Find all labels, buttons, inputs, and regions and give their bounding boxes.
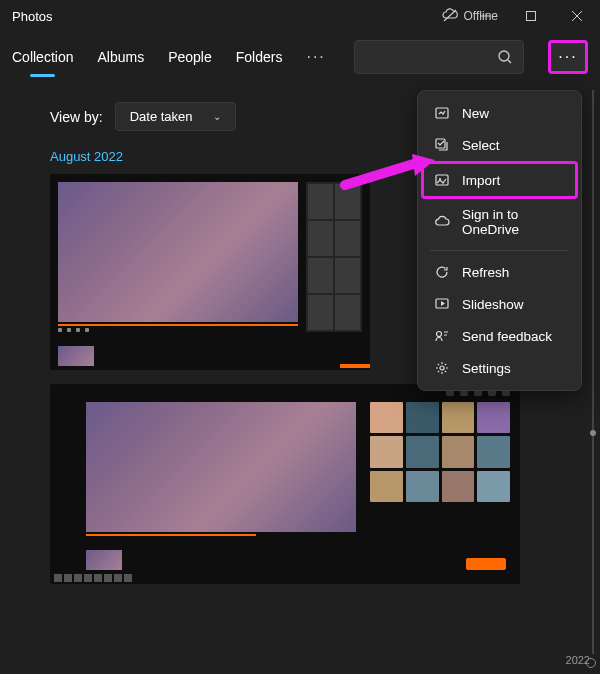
menu-item-settings[interactable]: Settings	[424, 352, 575, 384]
app-title: Photos	[12, 9, 52, 24]
svg-point-13	[440, 366, 444, 370]
tab-albums[interactable]: Albums	[97, 43, 144, 71]
svg-rect-8	[436, 139, 445, 148]
refresh-icon	[434, 264, 450, 280]
search-input[interactable]	[354, 40, 524, 74]
chevron-down-icon: ⌄	[213, 111, 221, 122]
feedback-icon	[434, 328, 450, 344]
menu-item-slideshow[interactable]: Slideshow	[424, 288, 575, 320]
tab-collection[interactable]: Collection	[12, 43, 73, 71]
tab-folders[interactable]: Folders	[236, 43, 283, 71]
close-button[interactable]	[554, 0, 600, 32]
maximize-button[interactable]	[508, 0, 554, 32]
menu-label: Refresh	[462, 265, 509, 280]
new-icon	[434, 105, 450, 121]
menu-label: Send feedback	[462, 329, 552, 344]
cloud-offline-icon	[442, 8, 458, 24]
navbar: Collection Albums People Folders ··· ···	[0, 32, 600, 82]
menu-label: Slideshow	[462, 297, 524, 312]
menu-item-feedback[interactable]: Send feedback	[424, 320, 575, 352]
select-icon	[434, 137, 450, 153]
more-options-menu: New Select Import Sign in to OneDrive Re…	[417, 90, 582, 391]
menu-label: Select	[462, 138, 500, 153]
menu-label: Import	[462, 173, 500, 188]
menu-label: Settings	[462, 361, 511, 376]
timeline-rail[interactable]	[592, 90, 594, 654]
window-controls	[462, 0, 600, 32]
menu-label: Sign in to OneDrive	[462, 207, 565, 237]
menu-item-signin[interactable]: Sign in to OneDrive	[424, 199, 575, 245]
svg-rect-2	[527, 12, 536, 21]
svg-point-12	[437, 332, 442, 337]
tab-people[interactable]: People	[168, 43, 212, 71]
photo-thumbnail[interactable]	[50, 174, 370, 370]
viewby-value: Date taken	[130, 109, 193, 124]
viewby-label: View by:	[50, 109, 103, 125]
menu-item-import[interactable]: Import	[421, 161, 578, 199]
slideshow-icon	[434, 296, 450, 312]
timeline-year-dot[interactable]	[586, 658, 596, 668]
onedrive-icon	[434, 214, 450, 230]
import-icon	[434, 172, 450, 188]
svg-line-6	[508, 60, 511, 63]
timeline-marker[interactable]	[590, 430, 596, 436]
minimize-button[interactable]	[462, 0, 508, 32]
photo-thumbnail[interactable]	[50, 384, 520, 584]
more-options-button[interactable]: ···	[548, 40, 588, 74]
nav-more-button[interactable]: ···	[306, 48, 325, 66]
svg-rect-9	[436, 175, 448, 185]
menu-item-new[interactable]: New	[424, 97, 575, 129]
viewby-dropdown[interactable]: Date taken ⌄	[115, 102, 236, 131]
menu-divider	[430, 250, 569, 251]
search-icon	[497, 49, 513, 65]
settings-icon	[434, 360, 450, 376]
menu-label: New	[462, 106, 489, 121]
menu-item-refresh[interactable]: Refresh	[424, 256, 575, 288]
menu-item-select[interactable]: Select	[424, 129, 575, 161]
svg-point-5	[499, 51, 509, 61]
